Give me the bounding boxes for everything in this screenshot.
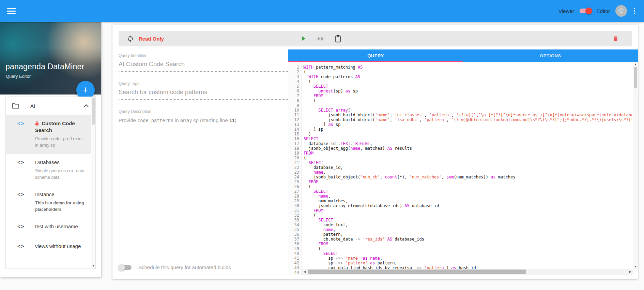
app-root: Viewer Editor C panagenda DataMiner Quer… [0, 0, 644, 290]
run-actions [300, 35, 341, 43]
line-number: 10 [288, 108, 302, 113]
line-number: 23 [288, 170, 302, 175]
code-line: FROM [304, 93, 632, 98]
line-number: 20 [288, 156, 302, 160]
editor-vertical-scrollbar[interactable]: ▲ ▼ [633, 62, 638, 269]
query-editor-panel: QUERY OPTIONS 12345678910111213141516171… [288, 49, 638, 275]
code-line: pattern, [304, 232, 632, 237]
code-line: unnest(sp) as sp [304, 89, 632, 93]
scroll-up-arrow[interactable]: ▲ [633, 63, 638, 66]
kebab-menu-icon[interactable] [632, 7, 637, 15]
line-number: 43 [288, 265, 302, 270]
line-number: 28 [288, 194, 302, 199]
sidebar: panagenda DataMiner Query Editor + AI <>… [0, 22, 101, 277]
code-editor[interactable]: 1234567891011121314151617181920212223242… [288, 62, 638, 275]
query-title: views without usage [35, 243, 81, 250]
query-tags-input[interactable]: Search for custom code patterns [119, 89, 292, 100]
app-subtitle: Query Editor [6, 74, 31, 79]
sidebar-item-instance[interactable]: <>InstanceThis is a demo for using place… [6, 186, 95, 218]
code-line: ( [304, 213, 632, 218]
query-form: Query Identifier AI.Custom Code Search Q… [119, 53, 292, 274]
code-icon: <> [17, 223, 26, 233]
line-number: 37 [288, 237, 302, 242]
query-editor-card: Read Only Query Identifier AI.Custom Cod… [112, 25, 638, 279]
code-line: SELECT [304, 251, 632, 256]
scroll-down-arrow[interactable]: ▼ [633, 265, 638, 268]
scrollbar-thumb[interactable] [634, 67, 637, 88]
line-number: 25 [288, 179, 302, 184]
query-identifier-input[interactable]: AI.Custom Code Search [119, 61, 292, 72]
line-number: 40 [288, 251, 302, 256]
chevron-up-icon[interactable] [84, 104, 89, 107]
line-number: 32 [288, 213, 302, 218]
line-number: 39 [288, 246, 302, 251]
code-line: name, [304, 227, 632, 232]
sidebar-item-custom-code-search[interactable]: <> Custom Code SearchProvide code patter… [6, 115, 95, 154]
code-line: ) sp [304, 127, 632, 132]
line-number: 15 [288, 132, 302, 136]
sidebar-item-test-with-username[interactable]: <>test with username [6, 218, 95, 238]
query-description-text: Provide code patterns in array sp (start… [119, 117, 292, 124]
menu-icon[interactable] [7, 8, 16, 14]
editor-horizontal-scrollbar[interactable]: ◀ ▶ [302, 269, 633, 275]
line-number: 6 [288, 89, 302, 93]
read-only-badge: Read Only [139, 36, 164, 42]
text-cursor [304, 65, 304, 69]
code-line: FROM [304, 179, 632, 184]
viewer-editor-toggle[interactable] [580, 9, 591, 13]
code-line: sp ->> 'name' as name, [304, 256, 632, 261]
code-line: ( [304, 184, 632, 189]
clipboard-icon [335, 35, 341, 43]
code-line: jsonb_build_object('name', 'ui_classes',… [304, 113, 632, 117]
toggle-knob [118, 264, 125, 271]
sidebar-item-views-without-usage[interactable]: <>views without usage [6, 238, 95, 258]
line-number: 31 [288, 208, 302, 213]
avatar[interactable]: C [615, 5, 627, 17]
folder-icon [12, 103, 19, 109]
code-line: WITH code_patterns AS [304, 74, 632, 79]
code-content[interactable]: WITH pattern_matching AS( WITH code_patt… [304, 65, 632, 269]
line-number: 7 [288, 93, 302, 98]
delete-query-button[interactable] [612, 35, 619, 42]
query-subtitle: Simple query on cqx_data schema data [35, 168, 87, 181]
code-line: name, [304, 194, 632, 199]
schedule-toggle[interactable] [119, 265, 132, 270]
code-icon: <> [17, 120, 26, 149]
folder-row-ai[interactable]: AI [6, 97, 95, 115]
sidebar-scrollbar[interactable]: ▼ [91, 97, 95, 269]
viewer-label[interactable]: Viewer [558, 8, 574, 14]
line-number: 8 [288, 98, 302, 103]
line-number: 12 [288, 117, 302, 122]
code-line: jsonb_array_elements(database_ids) AS da… [304, 203, 632, 208]
line-number: 17 [288, 141, 302, 146]
scrollbar-thumb[interactable] [92, 98, 95, 125]
run-all-button[interactable] [317, 36, 325, 42]
copy-to-clipboard-button[interactable] [335, 35, 341, 43]
toggle-knob [585, 8, 592, 14]
tab-options[interactable]: OPTIONS [463, 49, 638, 62]
code-line: SELECT [304, 160, 632, 165]
folder-name: AI [30, 103, 35, 109]
code-line: ( [304, 70, 632, 74]
line-number: 1 [288, 65, 302, 70]
editor-toolbar: Read Only [119, 31, 632, 46]
editor-label[interactable]: Editor [597, 8, 610, 14]
code-line: ( [304, 98, 632, 103]
line-number: 27 [288, 189, 302, 194]
code-line: jsonb_build_object('num_cb', count(*), '… [304, 175, 632, 179]
line-number: 21 [288, 160, 302, 165]
code-line: ( [304, 246, 632, 251]
code-line: ( [304, 156, 632, 160]
scroll-left-arrow[interactable]: ◀ [304, 270, 306, 273]
code-line: num_matches, [304, 199, 632, 203]
line-number: 2 [288, 70, 302, 74]
code-line: ( [304, 79, 632, 84]
run-query-button[interactable] [300, 35, 307, 42]
sidebar-item-databases[interactable]: <>DatabasesSimple query on cqx_data sche… [6, 154, 95, 186]
tab-query[interactable]: QUERY [288, 49, 463, 62]
editor-tabs: QUERY OPTIONS [288, 49, 638, 62]
scrollbar-thumb[interactable] [308, 270, 526, 274]
scroll-down-arrow[interactable]: ▼ [91, 264, 95, 267]
refresh-icon[interactable] [127, 35, 134, 42]
scroll-right-arrow[interactable]: ▶ [629, 270, 631, 273]
